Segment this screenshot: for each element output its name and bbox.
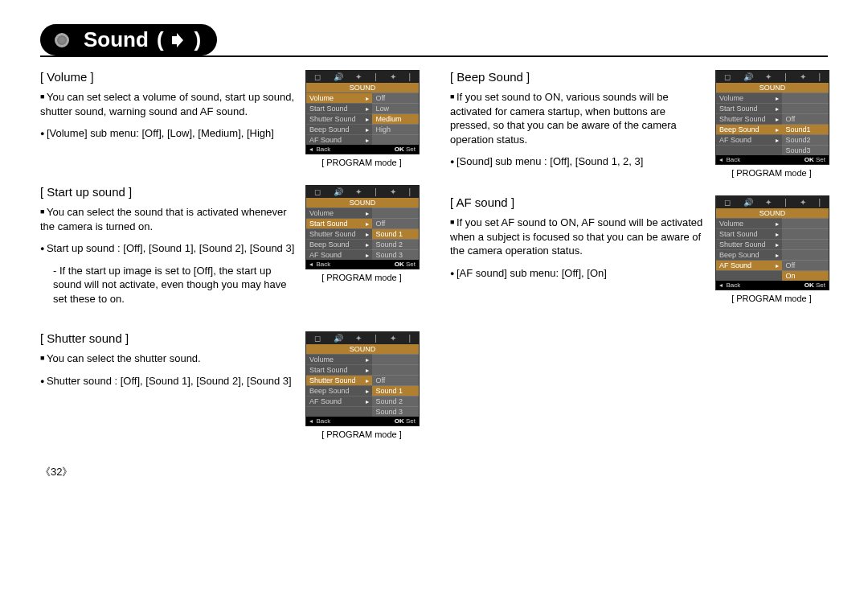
open-paren: ( xyxy=(157,27,164,52)
page-title: Sound xyxy=(84,27,149,52)
caption-volume: [ PROGRAM mode ] xyxy=(305,158,418,167)
heading-shutter: [ Shutter sound ] xyxy=(40,331,296,345)
speaker-icon xyxy=(172,33,186,47)
heading-beep: [ Beep Sound ] xyxy=(450,70,706,84)
dot-icon xyxy=(55,33,69,47)
caption-beep: [ PROGRAM mode ] xyxy=(715,168,828,178)
menu-beep: ◻🔊✦|✦|SOUNDVolume▸ Start Sound▸ Shutter … xyxy=(715,70,829,165)
shutter-submenu: Shutter sound : [Off], [Sound 1], [Sound… xyxy=(40,374,296,388)
title-bar: Sound ( ) xyxy=(40,24,828,57)
menu-volume: ◻🔊✦|✦|SOUNDVolume▸OffStart Sound▸LowShut… xyxy=(305,70,420,154)
startup-submenu: Start up sound : [Off], [Sound 1], [Soun… xyxy=(40,241,296,256)
shutter-desc: You can select the shutter sound. xyxy=(40,351,296,366)
caption-af: [ PROGRAM mode ] xyxy=(715,294,828,303)
af-desc: If you set AF sound to ON, AF sound will… xyxy=(450,216,706,258)
beep-desc: If you set sound to ON, various sounds w… xyxy=(450,90,706,146)
menu-startup: ◻🔊✦|✦|SOUNDVolume▸ Start Sound▸OffShutte… xyxy=(305,185,420,269)
heading-startup: [ Start up sound ] xyxy=(40,185,296,199)
caption-startup: [ PROGRAM mode ] xyxy=(305,273,418,282)
startup-desc: You can select the sound that is activat… xyxy=(40,205,296,233)
title-pill: Sound ( ) xyxy=(40,24,217,55)
startup-note: - If the start up image is set to [Off],… xyxy=(40,264,296,306)
menu-af: ◻🔊✦|✦|SOUNDVolume▸ Start Sound▸ Shutter … xyxy=(715,195,829,290)
menu-shutter: ◻🔊✦|✦|SOUNDVolume▸ Start Sound▸ Shutter … xyxy=(305,331,420,426)
close-paren: ) xyxy=(194,27,202,52)
heading-af: [ AF sound ] xyxy=(450,195,706,209)
volume-submenu: [Volume] sub menu: [Off], [Low], [Medium… xyxy=(40,126,296,141)
af-submenu: [AF sound] sub menu: [Off], [On] xyxy=(450,266,706,281)
beep-submenu: [Sound] sub menu : [Off], [Sound 1, 2, 3… xyxy=(450,154,706,169)
volume-desc: You can set select a volume of sound, st… xyxy=(40,90,296,118)
caption-shutter: [ PROGRAM mode ] xyxy=(305,429,418,439)
page-number: 《32》 xyxy=(40,465,828,479)
heading-volume: [ Volume ] xyxy=(40,70,296,84)
